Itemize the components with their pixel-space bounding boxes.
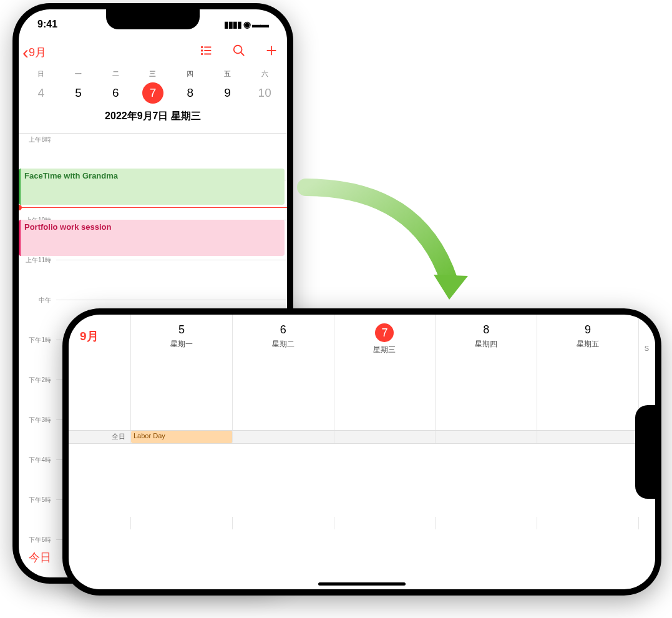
col-wed[interactable]: FaceTime with Grandma Portfolio work ses… [334, 517, 436, 529]
now-indicator: 上午 9:41 [19, 207, 287, 208]
allday-label: 全日 [69, 431, 131, 443]
hour-6pm: 下午6時 [20, 536, 51, 544]
add-icon[interactable] [265, 44, 278, 61]
today-button[interactable]: 今日 [29, 550, 51, 565]
cell-signal-icon: ▮▮▮▮ [224, 19, 241, 29]
week-grid: 9月 5 星期一 6 星期二 7 星期三 8 星期四 9 星期五 S [69, 315, 655, 589]
weekday-wed: 三 [134, 69, 172, 79]
svg-point-5 [202, 54, 203, 55]
notch-landscape [635, 405, 655, 499]
date-8[interactable]: 8 [172, 86, 209, 100]
time-column: 上午9時 上午10時 上午11時 中午 下午1時 下午2時 下午3時 [69, 517, 131, 529]
search-icon[interactable] [232, 44, 246, 61]
event-portfolio-session[interactable]: Portfolio work session [19, 220, 285, 256]
svg-point-3 [202, 47, 203, 48]
allday-event-labor-day[interactable]: Labor Day [131, 431, 233, 443]
weekday-sun: 日 [22, 69, 60, 79]
weekday-fri: 五 [209, 69, 246, 79]
rotation-arrow-icon [293, 175, 474, 312]
weekday-thu: 四 [172, 69, 209, 79]
hour-11am: 上午11時 [20, 256, 51, 265]
date-4[interactable]: 4 [22, 86, 60, 100]
day-header-mon[interactable]: 5 星期一 [131, 315, 233, 430]
date-6[interactable]: 6 [97, 86, 134, 100]
svg-point-6 [234, 46, 242, 54]
hour-8am: 上午8時 [20, 135, 51, 144]
weekday-sat: 六 [246, 69, 283, 79]
hour-2pm: 下午2時 [20, 376, 51, 385]
status-time: 9:41 [37, 19, 57, 30]
weekday-mon: 一 [60, 69, 97, 79]
svg-point-4 [202, 50, 203, 51]
day-header-wed-selected[interactable]: 7 星期三 [334, 315, 436, 430]
hour-1pm: 下午1時 [20, 336, 51, 345]
allday-row: 全日 Labor Day [69, 430, 655, 444]
list-icon[interactable] [200, 44, 213, 61]
day-header-tue[interactable]: 6 星期二 [233, 315, 334, 430]
hour-4pm: 下午4時 [20, 456, 51, 464]
status-icons: ▮▮▮▮ ◉ ▬▬ [224, 19, 268, 29]
day-header-fri[interactable]: 9 星期五 [537, 315, 639, 430]
col-tue[interactable]: Artist workshop kickoff! Academic advisi… [233, 517, 334, 529]
weekday-tue: 二 [97, 69, 134, 79]
phone-landscape-frame: 9月 5 星期一 6 星期二 7 星期三 8 星期四 9 星期五 S [62, 308, 661, 596]
svg-marker-10 [434, 275, 468, 300]
date-5[interactable]: 5 [60, 86, 97, 100]
phone-landscape-screen: 9月 5 星期一 6 星期二 7 星期三 8 星期四 9 星期五 S [69, 315, 655, 589]
date-row: 4 5 6 7 8 9 10 [19, 79, 287, 110]
wifi-icon: ◉ [243, 19, 250, 29]
week-body[interactable]: 上午9時 上午10時 上午11時 中午 下午1時 下午2時 下午3時 Portf… [69, 517, 655, 529]
back-button[interactable]: ‹ 9月 [22, 43, 46, 62]
date-7-selected[interactable]: 7 [134, 82, 172, 104]
battery-icon: ▬▬ [252, 19, 268, 29]
day-header-thu[interactable]: 8 星期四 [436, 315, 537, 430]
hour-noon: 中午 [20, 296, 51, 305]
col-fri[interactable]: Weekly Status Budget Meeting [537, 517, 639, 529]
back-label: 9月 [29, 45, 46, 60]
notch [106, 9, 200, 29]
nav-bar: ‹ 9月 [19, 39, 287, 69]
weekday-header: 日 一 二 三 四 五 六 [19, 69, 287, 79]
col-thu[interactable]: Pick up coffee Philz Co... Stretching + … [436, 517, 537, 529]
hour-3pm: 下午3時 [20, 416, 51, 424]
event-facetime-grandma[interactable]: FaceTime with Grandma [19, 169, 285, 205]
date-10[interactable]: 10 [246, 86, 283, 100]
col-mon[interactable]: Portfolio work session Leadership skills… [131, 517, 233, 529]
month-label[interactable]: 9月 [69, 315, 131, 430]
full-date-label: 2022年9月7日 星期三 [19, 110, 287, 134]
date-9[interactable]: 9 [209, 86, 246, 100]
hour-5pm: 下午5時 [20, 496, 51, 504]
home-indicator[interactable] [318, 582, 406, 586]
chevron-left-icon: ‹ [22, 43, 29, 62]
svg-line-7 [241, 52, 245, 56]
col-sat-partial[interactable]: Hi [639, 517, 655, 529]
